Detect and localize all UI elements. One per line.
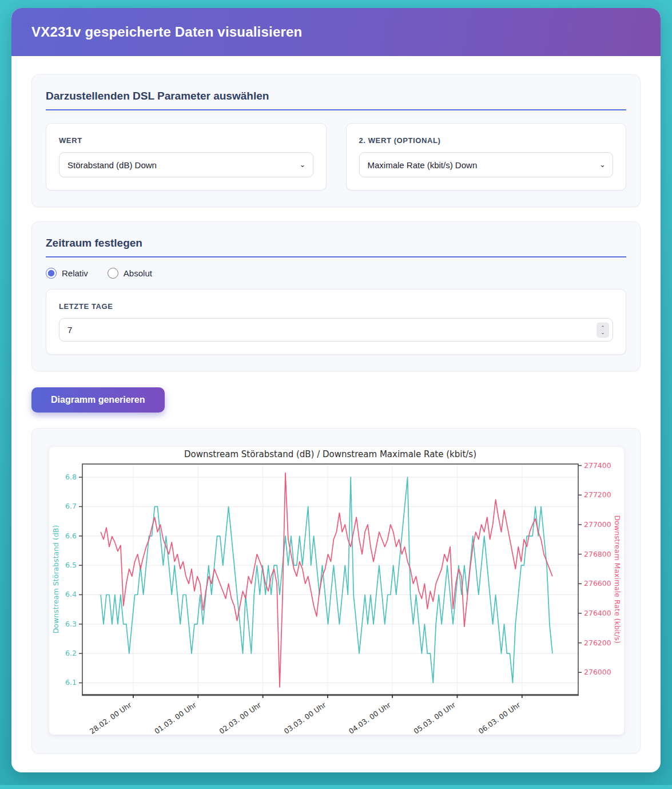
timerange-section-heading: Zeitraum festlegen	[46, 237, 626, 257]
svg-text:01.03. 00 Uhr: 01.03. 00 Uhr	[153, 700, 198, 735]
wert2-select-wrap: Maximale Rate (kbit/s) Down ⌄	[359, 152, 614, 177]
wert-field-card: WERT Störabstand (dB) Down ⌄	[46, 123, 327, 191]
wert-field-label: WERT	[59, 136, 313, 145]
page-title: VX231v gespeicherte Daten visualisieren	[31, 24, 641, 40]
svg-text:6.2: 6.2	[65, 649, 77, 657]
svg-text:277400: 277400	[584, 461, 611, 470]
svg-text:277200: 277200	[584, 490, 611, 499]
radio-item-absolut[interactable]: Absolut	[108, 268, 152, 279]
svg-text:6.7: 6.7	[65, 502, 77, 510]
wert2-field-label: 2. WERT (OPTIONAL)	[359, 136, 614, 145]
parameter-section-heading: Darzustellenden DSL Parameter auswählen	[46, 90, 626, 110]
lastdays-field-label: LETZTE TAGE	[59, 302, 613, 311]
svg-text:276600: 276600	[584, 579, 611, 588]
timerange-radio-row: Relativ Absolut	[46, 268, 626, 279]
svg-text:02.03. 00 Uhr: 02.03. 00 Uhr	[217, 700, 263, 735]
svg-text:6.8: 6.8	[65, 473, 77, 481]
svg-text:Downstream Maximale Rate (kbit: Downstream Maximale Rate (kbit/s)	[613, 515, 622, 643]
dsl-chart: 6.16.26.36.46.56.66.76.82760002762002764…	[49, 447, 624, 735]
svg-text:276800: 276800	[584, 550, 611, 558]
generate-button[interactable]: Diagramm generieren	[31, 387, 165, 413]
lastdays-field-card: LETZTE TAGE ⌃⌄	[46, 289, 626, 355]
lastdays-input[interactable]	[59, 318, 613, 342]
radio-absolut-label: Absolut	[124, 268, 152, 278]
svg-text:Downstream Störabstand (dB) /: Downstream Störabstand (dB) / Downstream…	[184, 449, 476, 459]
svg-text:6.5: 6.5	[65, 561, 77, 569]
stepper-icon[interactable]: ⌃⌄	[597, 322, 609, 338]
parameter-fields-row: WERT Störabstand (dB) Down ⌄ 2. WERT (OP…	[46, 123, 626, 191]
chart-card: 6.16.26.36.46.56.66.76.82760002762002764…	[31, 428, 641, 754]
svg-text:276200: 276200	[584, 639, 611, 647]
svg-text:28.02. 00 Uhr: 28.02. 00 Uhr	[88, 700, 134, 735]
svg-text:277000: 277000	[584, 520, 611, 529]
radio-relativ-label: Relativ	[62, 268, 88, 278]
svg-text:6.1: 6.1	[65, 678, 77, 687]
svg-text:276000: 276000	[584, 668, 611, 676]
wert2-field-card: 2. WERT (OPTIONAL) Maximale Rate (kbit/s…	[346, 123, 627, 191]
svg-text:Downstream Störabstand (dB): Downstream Störabstand (dB)	[51, 525, 60, 634]
svg-text:276400: 276400	[584, 609, 611, 617]
svg-text:6.4: 6.4	[65, 590, 77, 598]
svg-text:06.03. 00 Uhr: 06.03. 00 Uhr	[477, 700, 523, 735]
svg-text:6.6: 6.6	[65, 532, 77, 540]
svg-text:04.03. 00 Uhr: 04.03. 00 Uhr	[347, 700, 393, 735]
main-container: VX231v gespeicherte Daten visualisieren …	[11, 8, 661, 772]
wert2-select[interactable]: Maximale Rate (kbit/s) Down	[359, 152, 614, 177]
chart-panel: 6.16.26.36.46.56.66.76.82760002762002764…	[49, 447, 624, 735]
page-background: { "page": { "title": "VX231v gespeichert…	[0, 0, 672, 785]
app-header: VX231v gespeicherte Daten visualisieren	[11, 8, 661, 56]
radio-1[interactable]	[108, 268, 118, 279]
svg-text:05.03. 00 Uhr: 05.03. 00 Uhr	[412, 700, 458, 735]
svg-text:03.03. 00 Uhr: 03.03. 00 Uhr	[283, 700, 328, 735]
radio-0[interactable]	[46, 268, 57, 279]
timerange-card: Zeitraum festlegen Relativ Absolut LETZT…	[31, 221, 641, 371]
main-content: Darzustellenden DSL Parameter auswählen …	[11, 56, 661, 772]
wert-select-wrap: Störabstand (dB) Down ⌄	[59, 152, 313, 177]
parameter-card: Darzustellenden DSL Parameter auswählen …	[31, 74, 641, 207]
lastdays-input-wrap: ⌃⌄	[59, 318, 613, 342]
svg-text:6.3: 6.3	[65, 620, 77, 628]
wert-select[interactable]: Störabstand (dB) Down	[59, 152, 313, 177]
radio-item-relativ[interactable]: Relativ	[46, 268, 88, 279]
